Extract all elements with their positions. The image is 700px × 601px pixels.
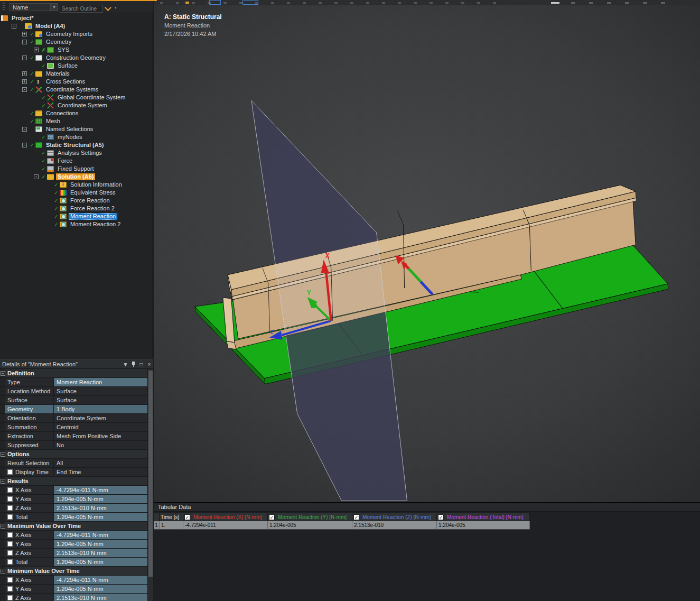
collapse-icon[interactable]: − bbox=[1, 569, 5, 574]
tree-item[interactable]: ✓ myNodes bbox=[0, 133, 153, 141]
tree-item[interactable]: ✓ Analysis Settings bbox=[0, 149, 153, 157]
tree-item[interactable]: ✓ Equivalent Stress bbox=[0, 189, 153, 197]
tabular-column-header[interactable]: ✓ Time [s] bbox=[160, 513, 183, 521]
details-value[interactable]: -4.7294e-011 N·mm bbox=[54, 531, 147, 539]
collapse-icon[interactable]: − bbox=[1, 479, 5, 484]
expand-toggle-icon[interactable]: - bbox=[12, 24, 16, 29]
checkbox[interactable] bbox=[7, 505, 13, 511]
toolbar-pressed-button-fragment[interactable] bbox=[209, 0, 221, 5]
checkbox[interactable] bbox=[7, 541, 13, 547]
maximize-icon[interactable]: □ bbox=[137, 360, 145, 368]
tree-item[interactable]: ✓ Moment Reaction bbox=[0, 212, 153, 220]
chevron-down-icon[interactable]: ▼ bbox=[122, 360, 129, 368]
name-filter-dropdown[interactable]: Name ▾ bbox=[10, 3, 58, 11]
details-value[interactable]: 1.204e-005 N·mm bbox=[54, 513, 147, 521]
tree-item[interactable]: Project* bbox=[0, 14, 153, 22]
tabular-cell[interactable]: -4.7294e-011 bbox=[183, 521, 268, 530]
tabular-cell[interactable]: 2.1513e-010 bbox=[352, 521, 437, 530]
tree-item[interactable]: - ✓ Solution (A6) bbox=[0, 173, 153, 181]
tree-item[interactable]: + ✓ Geometry Imports bbox=[0, 30, 153, 38]
details-value[interactable]: -4.7294e-011 N·mm bbox=[54, 486, 147, 494]
expand-toggle-icon[interactable]: + bbox=[34, 48, 39, 52]
details-value[interactable]: Surface bbox=[54, 387, 147, 395]
expand-toggle-icon[interactable]: - bbox=[34, 174, 39, 179]
checkbox[interactable] bbox=[7, 496, 13, 502]
collapse-icon[interactable]: − bbox=[1, 524, 5, 529]
tree-item[interactable]: ✓ Moment Reaction 2 bbox=[0, 220, 153, 228]
tree-item[interactable]: - ✓ Static Structural (A5) bbox=[0, 141, 153, 149]
details-value[interactable]: All bbox=[54, 459, 147, 467]
expand-toggle-icon[interactable]: - bbox=[22, 56, 27, 60]
collapse-icon[interactable]: − bbox=[1, 371, 5, 376]
expand-search-chevron-icon[interactable] bbox=[106, 5, 110, 10]
expand-toggle-icon[interactable]: + bbox=[22, 79, 27, 84]
expand-toggle-icon[interactable]: - bbox=[22, 143, 27, 147]
tree-item[interactable]: - ✓ Geometry bbox=[0, 38, 153, 46]
tree-item[interactable]: + ✓ Cross Sections bbox=[0, 78, 153, 86]
column-checkbox[interactable]: ✓ bbox=[438, 514, 444, 520]
details-value[interactable]: End Time bbox=[54, 468, 147, 476]
details-value[interactable]: 2.1513e-010 N·mm bbox=[54, 549, 147, 557]
details-value[interactable]: -4.7294e-011 N·mm bbox=[54, 576, 147, 584]
expand-toggle-icon[interactable]: - bbox=[22, 87, 27, 92]
details-value[interactable]: 2.1513e-010 N·mm bbox=[54, 594, 147, 601]
details-value[interactable]: 1 Body bbox=[54, 405, 147, 413]
collapse-icon[interactable]: − bbox=[1, 452, 5, 457]
tabular-column-header[interactable]: ✓ Moment Reaction (Y) [N·mm] bbox=[268, 513, 352, 521]
details-value[interactable]: 2.1513e-010 N·mm bbox=[54, 504, 147, 512]
checkbox[interactable] bbox=[7, 577, 13, 582]
checkbox[interactable] bbox=[7, 559, 13, 565]
checkbox[interactable] bbox=[7, 487, 13, 493]
column-checkbox[interactable]: ✓ bbox=[184, 514, 190, 520]
details-value[interactable]: No bbox=[54, 441, 147, 449]
expand-toggle-icon[interactable]: - bbox=[22, 40, 27, 44]
expand-toggle-icon[interactable]: + bbox=[22, 32, 27, 36]
details-value[interactable]: 1.204e-005 N·mm bbox=[54, 558, 147, 566]
checkbox[interactable] bbox=[7, 595, 13, 600]
tree-item[interactable]: - ✓ Construction Geometry bbox=[0, 54, 153, 62]
checkbox[interactable] bbox=[7, 586, 13, 591]
tree-item[interactable]: ✓ Force Reaction bbox=[0, 197, 153, 205]
details-value[interactable]: Centroid bbox=[54, 423, 147, 431]
close-icon[interactable]: × bbox=[145, 360, 153, 368]
graphics-viewport[interactable]: X Y Z A: Static Structural Moment Reacti… bbox=[154, 5, 700, 502]
tabular-column-header[interactable]: ✓ Moment Reaction (X) [N·mm] bbox=[183, 513, 268, 521]
details-value[interactable]: 1.204e-005 N·mm bbox=[54, 540, 147, 548]
search-input[interactable] bbox=[60, 5, 103, 13]
details-value[interactable]: 1.204e-005 N·mm bbox=[54, 585, 147, 593]
tree-item[interactable]: ✓ Solution Information bbox=[0, 181, 153, 189]
row-number[interactable]: 1 bbox=[154, 521, 160, 530]
tree-item[interactable]: - Model (A4) bbox=[0, 22, 153, 30]
checkbox[interactable] bbox=[7, 469, 13, 475]
tree-item[interactable]: ✓ Connections bbox=[0, 109, 153, 117]
column-checkbox[interactable]: ✓ bbox=[269, 514, 275, 520]
tree-item[interactable]: ✓ Fixed Support bbox=[0, 165, 153, 173]
toolbar-grip-icon[interactable] bbox=[3, 3, 5, 11]
tree-item[interactable]: ✓ Surface bbox=[0, 62, 153, 70]
details-value[interactable]: Moment Reaction bbox=[54, 378, 147, 386]
tabular-cell[interactable]: 1.204e-005 bbox=[268, 521, 352, 530]
tree-item[interactable]: ✓ Global Coordinate System bbox=[0, 94, 153, 101]
toolbar-pressed-button-fragment[interactable] bbox=[242, 0, 258, 5]
tree-item[interactable]: ✓ Force Reaction 2 bbox=[0, 205, 153, 212]
checkbox[interactable] bbox=[7, 550, 13, 556]
tree-item[interactable]: + ✓ Materials bbox=[0, 70, 153, 78]
tree-item[interactable]: + ✗ SYS bbox=[0, 46, 153, 54]
beam-bottom-flange-end-cap[interactable] bbox=[227, 341, 236, 349]
tabular-cell[interactable]: 1. bbox=[160, 521, 183, 530]
expand-toggle-icon[interactable]: - bbox=[22, 127, 27, 132]
details-value[interactable]: Mesh From Positive Side bbox=[54, 432, 147, 440]
tree-item[interactable]: - Named Selections bbox=[0, 125, 153, 133]
tree-item[interactable]: ✓ Force bbox=[0, 157, 153, 165]
caret-down-icon[interactable]: ▾ bbox=[115, 6, 117, 10]
expand-toggle-icon[interactable]: + bbox=[22, 71, 27, 76]
tabular-cell[interactable]: 1.204e-005 bbox=[437, 521, 530, 530]
tabular-column-header[interactable]: ✓ Moment Reaction (Z) [N·mm] bbox=[352, 513, 437, 521]
tree-item[interactable]: ✓ Mesh bbox=[0, 117, 153, 125]
checkbox[interactable] bbox=[7, 514, 13, 520]
checkbox[interactable] bbox=[7, 532, 13, 538]
tabular-column-header[interactable]: ✓ Moment Reaction (Total) [N·mm] bbox=[437, 513, 530, 521]
pin-icon[interactable] bbox=[129, 360, 137, 368]
tree-item[interactable]: - ✓ Coordinate Systems bbox=[0, 86, 153, 94]
details-value[interactable]: 1.204e-005 N·mm bbox=[54, 495, 147, 503]
